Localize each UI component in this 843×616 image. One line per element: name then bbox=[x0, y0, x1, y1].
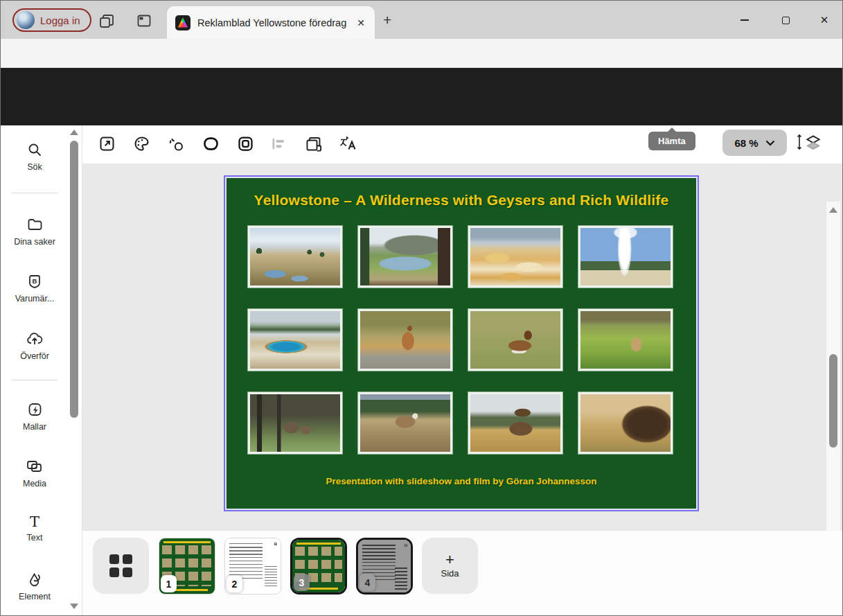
sidebar-divider bbox=[12, 380, 57, 380]
page-number-badge: 1 bbox=[161, 575, 177, 592]
zoom-level-dropdown[interactable]: 68 % bbox=[722, 130, 787, 156]
profile-label: Logga in bbox=[40, 15, 80, 26]
layers-panel-icon[interactable] bbox=[796, 133, 822, 151]
page-number-badge: 2 bbox=[227, 575, 242, 592]
browser-window: Logga in Reklamblad Yellowstone föredrag… bbox=[0, 0, 843, 616]
express-header: Fil R... Påbörja kostnadsfri provperiod … bbox=[1, 68, 843, 125]
text-icon: T bbox=[30, 515, 39, 529]
grid-view-icon bbox=[109, 554, 132, 577]
add-page-button[interactable]: + Sida bbox=[422, 538, 478, 594]
photo-bull-elk[interactable] bbox=[468, 392, 562, 454]
templates-icon bbox=[26, 401, 44, 418]
chevron-down-icon bbox=[765, 140, 775, 146]
vertical-tabs-icon[interactable] bbox=[136, 12, 152, 29]
resize-icon[interactable] bbox=[98, 134, 116, 153]
frame-margins-icon[interactable] bbox=[236, 134, 255, 153]
translate-document-icon[interactable] bbox=[339, 134, 358, 153]
tab-title: Reklamblad Yellowstone föredrag bbox=[197, 17, 347, 28]
flyer-title[interactable]: Yellowstone – A Wilderness with Geysers … bbox=[225, 192, 698, 209]
photo-coyote[interactable] bbox=[578, 309, 673, 371]
download-tooltip: Hämta bbox=[648, 132, 695, 150]
brand-shield-icon: B bbox=[26, 273, 43, 290]
new-tab-button[interactable]: + bbox=[383, 13, 391, 27]
canvas-toolbar: Hämta 68 % bbox=[82, 125, 843, 164]
page-thumbnail-3-selected[interactable]: 3 bbox=[290, 538, 347, 595]
photo-geyser-basin[interactable] bbox=[248, 226, 342, 288]
shapes-icon bbox=[26, 571, 44, 588]
window-maximize-button[interactable] bbox=[774, 10, 797, 30]
adobe-express-favicon bbox=[175, 15, 190, 30]
grid-view-button[interactable] bbox=[93, 538, 149, 594]
animation-icon[interactable] bbox=[167, 134, 186, 153]
browser-navbar: https://new.express.adobe.com/id/urn:aai… bbox=[1, 39, 843, 68]
page-number-badge: 4 bbox=[360, 574, 375, 591]
shape-style-icon[interactable] bbox=[202, 134, 220, 153]
sidebar-scrollbar[interactable] bbox=[69, 128, 79, 613]
sidebar-item-templates[interactable]: Mallar bbox=[6, 401, 63, 432]
sidebar-item-elements[interactable]: Element bbox=[6, 571, 63, 601]
canvas-area: Yellowstone – A Wilderness with Geysers … bbox=[82, 164, 826, 569]
sidebar-divider bbox=[12, 193, 57, 193]
sidebar-item-search[interactable]: Sök bbox=[6, 141, 63, 172]
media-icon bbox=[26, 458, 44, 475]
page-thumbnail-2[interactable]: B 2 bbox=[224, 538, 281, 595]
page-number-badge: 3 bbox=[294, 574, 310, 591]
folder-icon bbox=[26, 216, 44, 233]
upload-cloud-icon bbox=[26, 331, 44, 347]
photo-grand-prismatic[interactable] bbox=[248, 309, 342, 371]
sidebar-item-media[interactable]: Media bbox=[6, 458, 63, 489]
scroll-up-icon[interactable] bbox=[70, 130, 78, 135]
browser-tab-bar: Logga in Reklamblad Yellowstone föredrag… bbox=[1, 1, 843, 39]
color-palette-icon[interactable] bbox=[132, 134, 151, 153]
search-icon bbox=[26, 141, 43, 158]
photo-river-meadow[interactable] bbox=[358, 226, 452, 288]
photo-bighorn-sheep[interactable] bbox=[358, 392, 452, 454]
photo-old-faithful[interactable] bbox=[578, 226, 673, 288]
sidebar-item-your-stuff[interactable]: Dina saker bbox=[6, 216, 63, 247]
window-close-button[interactable]: ✕ bbox=[813, 10, 836, 30]
sidebar-item-brands[interactable]: B Varumär... bbox=[6, 273, 63, 303]
sidebar: Sök Dina saker B Varumär... Överför Mall… bbox=[1, 125, 82, 616]
window-minimize-button[interactable] bbox=[733, 10, 756, 30]
photo-pronghorn[interactable] bbox=[468, 309, 562, 371]
scroll-down-icon[interactable] bbox=[70, 604, 78, 609]
pages-panel: 1 B 2 3 H 4 + Sida bbox=[82, 531, 843, 616]
photo-travertine-terraces[interactable] bbox=[468, 226, 562, 288]
page-thumbnail-1[interactable]: 1 bbox=[159, 538, 215, 595]
tab-groups-icon[interactable] bbox=[98, 12, 115, 29]
browser-profile-button[interactable]: Logga in bbox=[12, 8, 91, 32]
photo-moose-calf[interactable] bbox=[248, 392, 342, 454]
photo-chipmunk[interactable] bbox=[358, 309, 452, 371]
sidebar-scroll-thumb[interactable] bbox=[70, 141, 78, 418]
align-icon-disabled bbox=[269, 134, 288, 153]
sidebar-item-upload[interactable]: Överför bbox=[6, 331, 63, 361]
flyer-page[interactable]: Yellowstone – A Wilderness with Geysers … bbox=[224, 175, 699, 511]
tab-close-icon[interactable]: ✕ bbox=[354, 16, 368, 30]
duplicate-page-icon[interactable] bbox=[304, 134, 323, 153]
profile-avatar bbox=[17, 11, 35, 29]
page-thumbnail-4-selected[interactable]: H 4 bbox=[356, 538, 413, 595]
svg-text:B: B bbox=[33, 277, 37, 285]
scroll-up-icon[interactable] bbox=[829, 207, 837, 213]
browser-tab[interactable]: Reklamblad Yellowstone föredrag ✕ bbox=[167, 6, 375, 39]
photo-bison[interactable] bbox=[578, 392, 673, 454]
sidebar-item-text[interactable]: T Text bbox=[6, 515, 63, 543]
canvas-scroll-thumb[interactable] bbox=[829, 354, 837, 448]
flyer-caption[interactable]: Presentation with slideshow and film by … bbox=[225, 476, 698, 486]
